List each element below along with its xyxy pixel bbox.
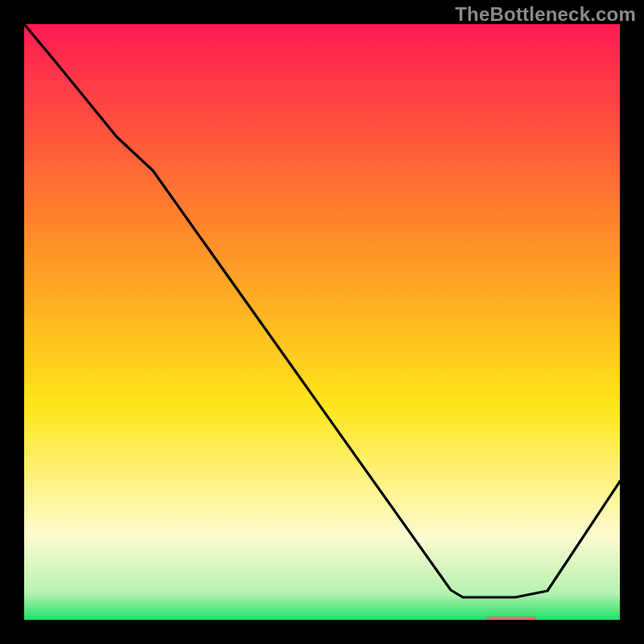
optimal-range-marker bbox=[485, 617, 537, 620]
chart-frame: TheBottleneck.com bbox=[0, 0, 644, 644]
background-gradient bbox=[24, 24, 620, 620]
watermark-text: TheBottleneck.com bbox=[455, 3, 636, 26]
svg-rect-0 bbox=[24, 24, 620, 620]
plot-area bbox=[24, 24, 620, 620]
